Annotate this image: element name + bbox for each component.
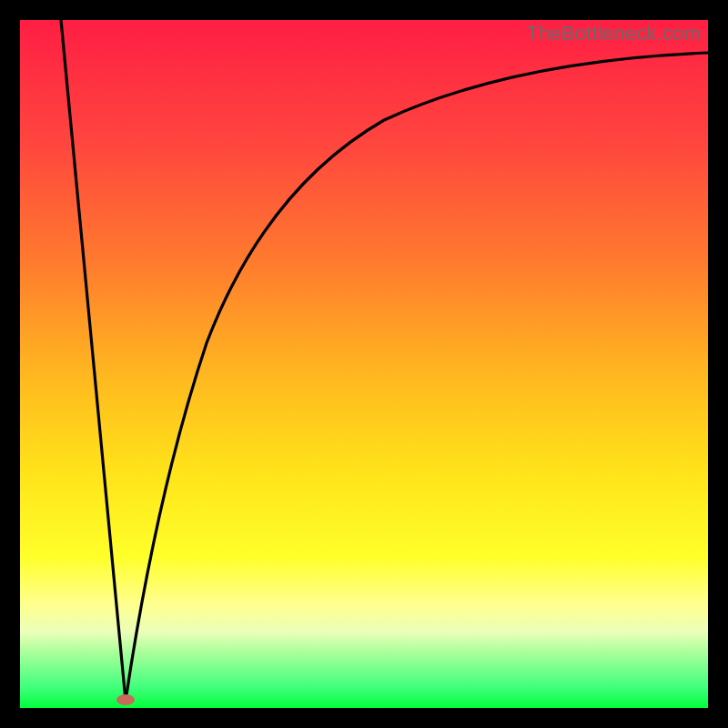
minimum-marker <box>116 694 135 705</box>
chart-frame: TheBottleneck.com <box>0 0 728 728</box>
curve-right-branch <box>126 53 708 701</box>
curve-left-branch <box>61 20 126 701</box>
bottleneck-curve <box>20 20 708 708</box>
chart-plot-area: TheBottleneck.com <box>20 20 708 708</box>
